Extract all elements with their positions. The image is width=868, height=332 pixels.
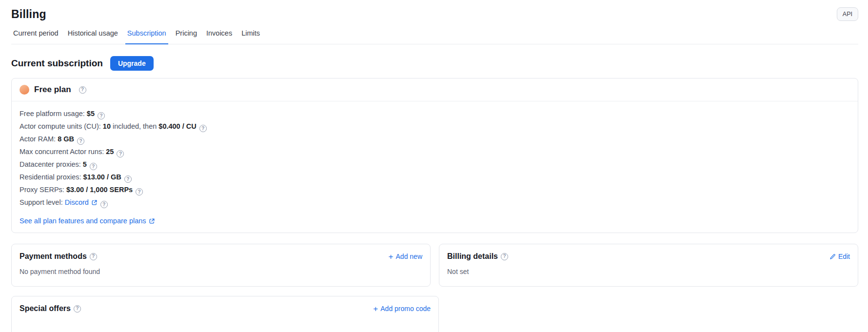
payment-methods-title: Payment methods <box>20 252 87 261</box>
feature-label: Max concurrent Actor runs: <box>20 148 106 156</box>
feature-help-icon[interactable]: ? <box>199 125 207 132</box>
feature-value: 10 <box>103 122 111 130</box>
plan-card: Free plan ? Free platform usage: $5? Act… <box>11 78 858 233</box>
plan-feature-row: Max concurrent Actor runs: 25? <box>20 148 850 157</box>
billing-tabs: Current period Historical usage Subscrip… <box>11 28 858 44</box>
compare-plans-label: See all plan features and compare plans <box>20 217 146 225</box>
payment-methods-help-icon[interactable]: ? <box>90 253 97 260</box>
special-offers-header: Special offers ? +Add promo code <box>20 304 431 313</box>
special-offers-help-icon[interactable]: ? <box>74 305 81 312</box>
add-promo-code-button[interactable]: +Add promo code <box>373 305 431 312</box>
billing-page: Billing API Current period Historical us… <box>0 0 868 332</box>
feature-value: $5 <box>87 110 95 117</box>
plan-feature-row: Datacenter proxies: 5? <box>20 160 850 170</box>
plan-feature-row: Support level: Discord? <box>20 198 850 208</box>
billing-details-empty-text: Not set <box>447 268 850 275</box>
feature-value: 25 <box>106 148 114 156</box>
feature-help-icon[interactable]: ? <box>77 137 84 145</box>
tab-limits[interactable]: Limits <box>239 28 262 44</box>
current-subscription-title: Current subscription <box>11 58 103 69</box>
plan-feature-row: Free platform usage: $5? <box>20 110 850 119</box>
feature-value: $13.00 / GB <box>83 173 121 181</box>
special-offers-title: Special offers <box>20 304 71 313</box>
feature-help-icon[interactable]: ? <box>124 176 132 183</box>
billing-details-header: Billing details ? Edit <box>447 252 850 261</box>
feature-help-icon[interactable]: ? <box>136 188 143 195</box>
billing-details-card: Billing details ? Edit Not set <box>439 244 858 287</box>
feature-value-2: $0.400 / CU <box>158 122 196 130</box>
payment-methods-card: Payment methods ? +Add new No payment me… <box>11 244 431 287</box>
discord-link[interactable]: Discord <box>65 198 98 207</box>
pencil-icon <box>829 254 836 260</box>
special-offers-card: Special offers ? +Add promo code <box>11 296 439 332</box>
feature-help-icon[interactable]: ? <box>98 112 105 119</box>
feature-label: Residential proxies: <box>20 173 83 181</box>
tab-pricing[interactable]: Pricing <box>174 28 199 44</box>
plus-icon: + <box>389 254 394 260</box>
feature-label: Actor RAM: <box>20 135 58 143</box>
external-link-icon <box>149 218 155 224</box>
compare-plans-row: See all plan features and compare plans <box>20 216 850 225</box>
payment-methods-empty-text: No payment method found <box>20 268 422 275</box>
plan-feature-row: Actor compute units (CU): 10 included, t… <box>20 122 850 132</box>
feature-value: 8 GB <box>58 135 74 143</box>
add-payment-method-label: Add new <box>396 253 422 260</box>
tab-historical-usage[interactable]: Historical usage <box>66 28 120 44</box>
tab-invoices[interactable]: Invoices <box>204 28 234 44</box>
billing-details-help-icon[interactable]: ? <box>501 253 508 260</box>
add-payment-method-button[interactable]: +Add new <box>389 253 422 260</box>
feature-mid-text: included, then <box>111 122 158 130</box>
feature-label: Actor compute units (CU): <box>20 122 103 130</box>
feature-value: $3.00 / 1,000 SERPs <box>66 186 133 194</box>
feature-help-icon[interactable]: ? <box>90 163 97 170</box>
tab-current-period[interactable]: Current period <box>11 28 60 44</box>
feature-label: Proxy SERPs: <box>20 186 66 194</box>
feature-help-icon[interactable]: ? <box>100 201 108 208</box>
billing-details-title: Billing details <box>447 252 498 261</box>
page-title: Billing <box>11 8 46 21</box>
edit-billing-details-button[interactable]: Edit <box>829 253 850 260</box>
payment-billing-row: Payment methods ? +Add new No payment me… <box>11 244 858 287</box>
feature-label: Datacenter proxies: <box>20 160 83 168</box>
page-header: Billing API <box>11 7 858 21</box>
discord-link-label: Discord <box>65 198 89 207</box>
plan-card-body: Free platform usage: $5? Actor compute u… <box>12 101 858 233</box>
plan-feature-row: Actor RAM: 8 GB? <box>20 135 850 145</box>
plan-tier-icon <box>20 85 29 95</box>
feature-label: Free platform usage: <box>20 110 87 117</box>
plan-feature-row: Proxy SERPs: $3.00 / 1,000 SERPs? <box>20 186 850 195</box>
compare-plans-link[interactable]: See all plan features and compare plans <box>20 217 155 225</box>
feature-label: Support level: <box>20 198 65 206</box>
external-link-icon <box>91 199 98 206</box>
plus-icon: + <box>373 306 378 312</box>
tab-subscription[interactable]: Subscription <box>125 28 168 44</box>
add-promo-code-label: Add promo code <box>380 305 431 312</box>
feature-value: 5 <box>83 160 87 168</box>
special-offers-row: Special offers ? +Add promo code <box>11 296 858 332</box>
feature-help-icon[interactable]: ? <box>117 150 124 157</box>
plan-card-header: Free plan ? <box>12 78 858 101</box>
payment-methods-header: Payment methods ? +Add new <box>20 252 422 261</box>
api-button[interactable]: API <box>837 7 858 21</box>
plan-feature-row: Residential proxies: $13.00 / GB? <box>20 173 850 183</box>
edit-billing-details-label: Edit <box>838 253 850 260</box>
upgrade-button[interactable]: Upgrade <box>110 56 154 71</box>
current-subscription-header: Current subscription Upgrade <box>11 56 858 71</box>
free-plan-help-icon[interactable]: ? <box>79 86 86 94</box>
plan-name: Free plan <box>34 85 71 95</box>
